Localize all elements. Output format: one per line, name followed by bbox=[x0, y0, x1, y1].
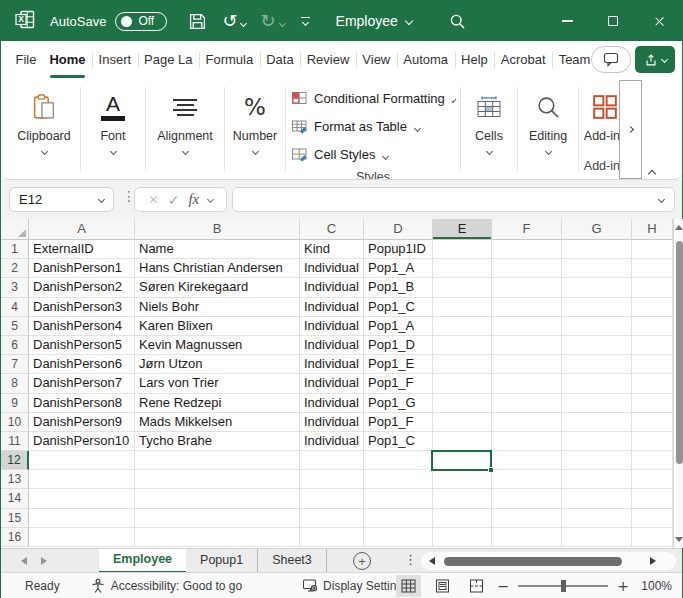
horizontal-scrollbar[interactable] bbox=[421, 552, 676, 570]
row-header-16[interactable]: 16 bbox=[1, 528, 29, 547]
cell-g12[interactable] bbox=[562, 451, 632, 470]
cell-g10[interactable] bbox=[562, 413, 632, 432]
close-button[interactable] bbox=[636, 1, 682, 41]
display-settings[interactable]: Display Settings bbox=[302, 578, 409, 593]
cell-f9[interactable] bbox=[492, 394, 562, 413]
cell-f14[interactable] bbox=[492, 489, 562, 508]
document-title[interactable]: Employee bbox=[336, 13, 412, 29]
cell-h4[interactable] bbox=[632, 298, 673, 317]
cell-e15[interactable] bbox=[433, 509, 492, 528]
cell-f6[interactable] bbox=[492, 336, 562, 355]
cell-d4[interactable]: Pop1_C bbox=[364, 298, 433, 317]
row-header-13[interactable]: 13 bbox=[1, 470, 29, 489]
new-sheet-button[interactable]: + bbox=[353, 552, 371, 570]
zoom-slider[interactable] bbox=[518, 585, 608, 587]
next-sheet-arrow-icon[interactable] bbox=[41, 557, 47, 565]
row-header-5[interactable]: 5 bbox=[1, 317, 29, 336]
cancel-icon[interactable] bbox=[149, 195, 158, 204]
cell-b15[interactable] bbox=[135, 509, 300, 528]
horizontal-scrollbar-thumb[interactable] bbox=[444, 557, 622, 566]
cell-h6[interactable] bbox=[632, 336, 673, 355]
cell-h14[interactable] bbox=[632, 489, 673, 508]
cell-a8[interactable]: DanishPerson7 bbox=[29, 374, 135, 393]
zoom-in-button[interactable]: + bbox=[617, 578, 629, 594]
cell-c5[interactable]: Individual bbox=[300, 317, 364, 336]
previous-sheet-arrow-icon[interactable] bbox=[21, 557, 27, 565]
cell-h5[interactable] bbox=[632, 317, 673, 336]
row-header-4[interactable]: 4 bbox=[1, 298, 29, 317]
cell-e14[interactable] bbox=[433, 489, 492, 508]
chevron-down-icon[interactable] bbox=[98, 196, 105, 203]
cell-f8[interactable] bbox=[492, 374, 562, 393]
cell-e9[interactable] bbox=[433, 394, 492, 413]
cell-e4[interactable] bbox=[433, 298, 492, 317]
cell-a16[interactable] bbox=[29, 528, 135, 547]
row-header-7[interactable]: 7 bbox=[1, 355, 29, 374]
cell-g15[interactable] bbox=[562, 509, 632, 528]
cell-e1[interactable] bbox=[433, 240, 492, 259]
ribbon-group-font[interactable]: A Font bbox=[82, 79, 144, 179]
ribbon-group-alignment[interactable]: Alignment bbox=[147, 79, 223, 179]
column-header-g[interactable]: G bbox=[562, 219, 632, 240]
cell-d13[interactable] bbox=[364, 470, 433, 489]
cell-c10[interactable]: Individual bbox=[300, 413, 364, 432]
cell-a12[interactable] bbox=[29, 451, 135, 470]
cell-f5[interactable] bbox=[492, 317, 562, 336]
cell-e5[interactable] bbox=[433, 317, 492, 336]
cell-h10[interactable] bbox=[632, 413, 673, 432]
cell-f16[interactable] bbox=[492, 528, 562, 547]
ribbon-tab-formula[interactable]: Formula bbox=[199, 41, 260, 79]
ribbon-tab-page-la[interactable]: Page La bbox=[138, 41, 199, 79]
cell-g9[interactable] bbox=[562, 394, 632, 413]
column-header-d[interactable]: D bbox=[364, 219, 433, 240]
cell-a4[interactable]: DanishPerson3 bbox=[29, 298, 135, 317]
row-header-3[interactable]: 3 bbox=[1, 278, 29, 297]
cell-d7[interactable]: Pop1_E bbox=[364, 355, 433, 374]
cell-a14[interactable] bbox=[29, 489, 135, 508]
cell-d8[interactable]: Pop1_F bbox=[364, 374, 433, 393]
styles-item-format-as-table[interactable]: Format as Table bbox=[287, 112, 459, 140]
save-button[interactable] bbox=[189, 13, 206, 30]
cell-b14[interactable] bbox=[135, 489, 300, 508]
sheet-tab-popup1[interactable]: Popup1 bbox=[186, 549, 258, 573]
undo-dropdown-chevron-icon[interactable] bbox=[241, 14, 246, 29]
autosave-toggle[interactable]: Off bbox=[115, 12, 167, 31]
cell-h13[interactable] bbox=[632, 470, 673, 489]
cell-c6[interactable]: Individual bbox=[300, 336, 364, 355]
cell-e7[interactable] bbox=[433, 355, 492, 374]
cell-g8[interactable] bbox=[562, 374, 632, 393]
cell-d6[interactable]: Pop1_D bbox=[364, 336, 433, 355]
cell-b7[interactable]: Jørn Utzon bbox=[135, 355, 300, 374]
customize-quick-access-toolbar-button[interactable] bbox=[301, 17, 310, 26]
sheet-tab-sheet3[interactable]: Sheet3 bbox=[258, 549, 327, 573]
accessibility-status[interactable]: Accessibility: Good to go bbox=[90, 578, 242, 594]
cell-h3[interactable] bbox=[632, 278, 673, 297]
ribbon-group-editing[interactable]: Editing bbox=[519, 79, 577, 179]
cell-f2[interactable] bbox=[492, 259, 562, 278]
cell-e13[interactable] bbox=[433, 470, 492, 489]
cell-g14[interactable] bbox=[562, 489, 632, 508]
cell-b8[interactable]: Lars von Trier bbox=[135, 374, 300, 393]
cell-a5[interactable]: DanishPerson4 bbox=[29, 317, 135, 336]
cell-g6[interactable] bbox=[562, 336, 632, 355]
zoom-out-button[interactable]: − bbox=[498, 578, 510, 594]
ribbon-group-cells[interactable]: Cells bbox=[462, 79, 516, 179]
cell-e3[interactable] bbox=[433, 278, 492, 297]
ribbon-group-number[interactable]: % Number bbox=[226, 79, 284, 179]
cell-b12[interactable] bbox=[135, 451, 300, 470]
cell-e11[interactable] bbox=[433, 432, 492, 451]
chevron-down-icon[interactable] bbox=[109, 148, 116, 155]
cell-h11[interactable] bbox=[632, 432, 673, 451]
ribbon-tab-home[interactable]: Home bbox=[43, 41, 92, 79]
cell-f1[interactable] bbox=[492, 240, 562, 259]
cell-c14[interactable] bbox=[300, 489, 364, 508]
ribbon-tab-review[interactable]: Review bbox=[300, 41, 356, 79]
cell-f15[interactable] bbox=[492, 509, 562, 528]
ribbon-tab-insert[interactable]: Insert bbox=[92, 41, 138, 79]
cell-b5[interactable]: Karen Blixen bbox=[135, 317, 300, 336]
cell-a9[interactable]: DanishPerson8 bbox=[29, 394, 135, 413]
cell-g16[interactable] bbox=[562, 528, 632, 547]
comments-button[interactable] bbox=[591, 46, 631, 73]
cell-b10[interactable]: Mads Mikkelsen bbox=[135, 413, 300, 432]
cell-d1[interactable]: Popup1ID bbox=[364, 240, 433, 259]
